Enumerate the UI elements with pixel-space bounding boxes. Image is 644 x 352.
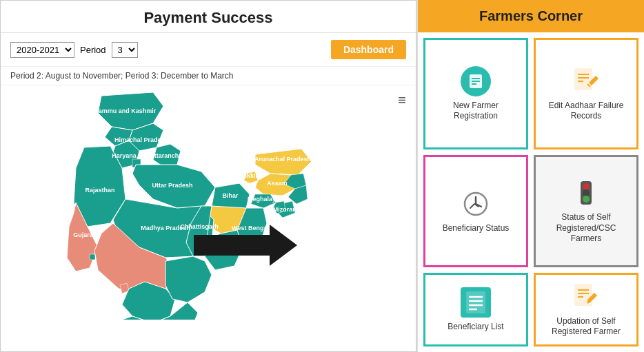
period-note: Period 2: August to November; Period 3: … <box>1 67 416 85</box>
arrow-container <box>194 225 297 266</box>
svg-point-44 <box>583 183 590 190</box>
arrow-head <box>270 225 297 266</box>
traffic-light-icon <box>571 178 601 208</box>
beneficiary-status-label: Beneficiary Status <box>443 223 510 234</box>
farmer-icon <box>461 66 491 96</box>
updation-self-registered-card[interactable]: Updation of Self Registered Farmer <box>534 273 638 346</box>
edit-doc-icon <box>571 282 601 312</box>
new-farmer-label: New Farmer Registration <box>431 101 521 122</box>
period-select[interactable]: 1 2 3 <box>112 42 138 58</box>
edit-aadhaar-label: Edit Aadhaar Failure Records <box>541 101 631 122</box>
left-header: Payment Success <box>1 1 416 33</box>
page-title: Payment Success <box>8 9 409 27</box>
left-panel: Payment Success 2020-2021 2019-2020 2018… <box>0 0 416 352</box>
map-area: ≡ <box>1 85 416 320</box>
edit-aadhaar-card[interactable]: Edit Aadhaar Failure Records <box>534 38 638 149</box>
status-csc-card[interactable]: Status of Self Registered/CSC Farmers <box>534 155 638 267</box>
india-map: Jammu and Kashmir Himachal Pradesh Uttar… <box>1 85 416 320</box>
arrow-body <box>194 235 270 256</box>
updation-label: Updation of Self Registered Farmer <box>541 316 631 338</box>
svg-point-45 <box>583 189 590 196</box>
list-doc-icon <box>461 287 491 318</box>
svg-marker-10 <box>255 149 312 175</box>
svg-rect-23 <box>90 254 95 260</box>
status-csc-label: Status of Self Registered/CSC Farmers <box>541 212 631 245</box>
svg-marker-12 <box>251 194 276 208</box>
year-select[interactable]: 2020-2021 2019-2020 2018-2019 <box>10 42 74 58</box>
cards-grid: New Farmer Registration Edit Aadhaar Fai… <box>418 32 644 352</box>
svg-point-46 <box>583 196 590 203</box>
period-label: Period <box>80 45 106 55</box>
svg-marker-3 <box>153 144 181 167</box>
clock-icon <box>461 189 491 219</box>
right-panel: Farmers Corner New Farmer Registration <box>416 0 644 352</box>
farmers-corner-title: Farmers Corner <box>426 8 636 24</box>
big-arrow <box>194 225 297 266</box>
edit-aadhaar-icon <box>571 66 601 96</box>
svg-marker-7 <box>132 165 215 208</box>
svg-marker-9 <box>244 172 258 183</box>
dashboard-button[interactable]: Dashboard <box>331 40 406 59</box>
hamburger-icon[interactable]: ≡ <box>398 92 406 108</box>
new-farmer-registration-card[interactable]: New Farmer Registration <box>423 38 528 149</box>
beneficiary-list-label: Beneficiary List <box>447 322 503 333</box>
beneficiary-status-card[interactable]: Beneficiary Status <box>423 155 528 267</box>
main-container: Payment Success 2020-2021 2019-2020 2018… <box>0 0 644 352</box>
farmers-corner-header: Farmers Corner <box>418 0 644 32</box>
beneficiary-list-card[interactable]: Beneficiary List <box>423 273 528 346</box>
controls-row: 2020-2021 2019-2020 2018-2019 Period 1 2… <box>1 33 416 67</box>
